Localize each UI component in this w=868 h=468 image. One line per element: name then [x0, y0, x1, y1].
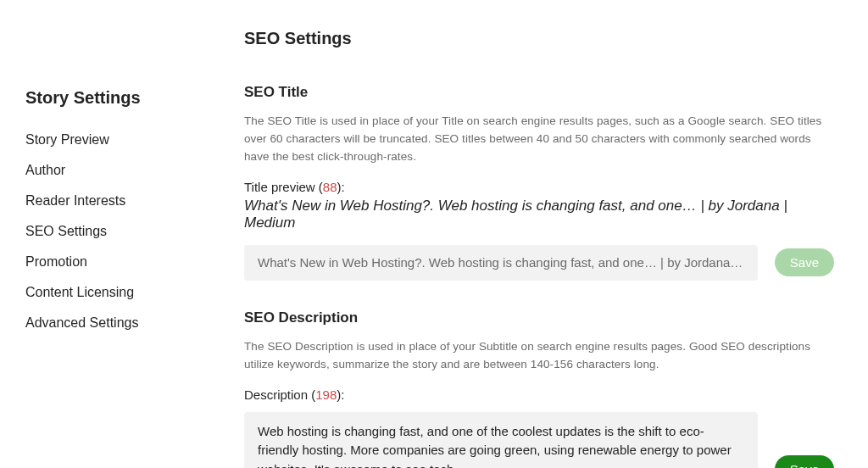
- main-content: SEO Settings SEO Title The SEO Title is …: [244, 0, 868, 468]
- seo-title-preview-label: Title preview (88):: [244, 180, 834, 194]
- seo-description-section: SEO Description The SEO Description is u…: [244, 309, 834, 468]
- seo-title-preview-text: What's New in Web Hosting?. Web hosting …: [244, 198, 834, 231]
- sidebar-heading: Story Settings: [25, 88, 219, 108]
- seo-description-save-button[interactable]: Save: [775, 455, 834, 468]
- seo-title-section: SEO Title The SEO Title is used in place…: [244, 84, 834, 281]
- sidebar-item-author[interactable]: Author: [25, 155, 219, 186]
- seo-title-save-button[interactable]: Save: [775, 248, 834, 276]
- sidebar-item-advanced-settings[interactable]: Advanced Settings: [25, 308, 219, 338]
- sidebar-item-content-licensing[interactable]: Content Licensing: [25, 277, 219, 308]
- seo-title-input[interactable]: [244, 245, 758, 281]
- sidebar-item-promotion[interactable]: Promotion: [25, 247, 219, 277]
- seo-title-heading: SEO Title: [244, 84, 834, 101]
- seo-description-heading: SEO Description: [244, 309, 834, 326]
- seo-title-help: The SEO Title is used in place of your T…: [244, 113, 834, 166]
- seo-description-help: The SEO Description is used in place of …: [244, 338, 834, 374]
- sidebar-item-seo-settings[interactable]: SEO Settings: [25, 216, 219, 247]
- sidebar-list: Story Preview Author Reader Interests SE…: [25, 125, 219, 338]
- page-title: SEO Settings: [244, 29, 834, 48]
- seo-description-input[interactable]: [244, 412, 758, 468]
- seo-description-char-count: 198: [315, 387, 337, 402]
- seo-description-preview-label: Description (198):: [244, 387, 834, 402]
- sidebar: Story Settings Story Preview Author Read…: [0, 0, 244, 468]
- seo-title-char-count: 88: [323, 180, 337, 194]
- sidebar-item-reader-interests[interactable]: Reader Interests: [25, 186, 219, 216]
- sidebar-item-story-preview[interactable]: Story Preview: [25, 125, 219, 155]
